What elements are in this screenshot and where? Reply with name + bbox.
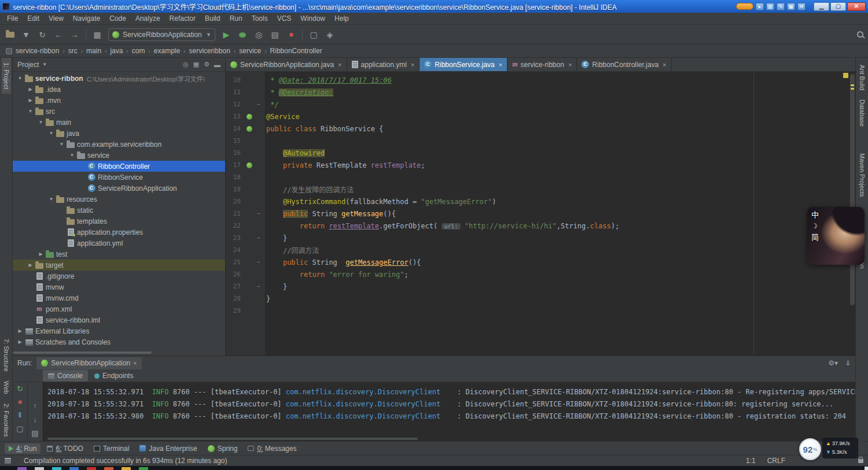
ime-simplified-indicator[interactable]: 简 (811, 234, 819, 241)
tree-item-scratches-and-consoles[interactable]: ▶Scratches and Consoles (13, 336, 225, 347)
tree-item-ribboncontroller[interactable]: CRibbonController (13, 161, 225, 172)
taskbar-app-icon-5[interactable] (69, 467, 79, 470)
code-line-28[interactable]: 28} (226, 293, 855, 305)
close-icon[interactable]: × (133, 360, 137, 367)
debug-button[interactable] (237, 29, 248, 40)
sync-icon[interactable]: ↻ (37, 29, 47, 40)
console-line-2[interactable]: 2018-07-18 15:55:32.971 INFO 8760 --- [t… (47, 398, 855, 410)
ime-chinese-indicator[interactable]: 中 (811, 211, 819, 219)
menu-item-window[interactable]: Window (296, 13, 330, 24)
code-line-29[interactable]: 29 (226, 305, 855, 317)
tree-item--mvn[interactable]: ▶.mvn (13, 95, 225, 106)
toolwindow-switcher-icon[interactable] (5, 458, 11, 464)
tree-expanded-icon[interactable]: ▼ (68, 153, 76, 158)
tree-collapsed-icon[interactable]: ▶ (16, 339, 24, 345)
back-icon[interactable]: ← (53, 29, 64, 40)
tree-item-application-yml[interactable]: application.yml (13, 238, 225, 249)
tree-collapsed-icon[interactable]: ▶ (16, 328, 24, 334)
code-line-17[interactable]: 17 private RestTemplate restTemplate; (226, 159, 855, 171)
tree-item-application-properties[interactable]: application.properties (13, 227, 225, 238)
close-tab-icon[interactable]: × (411, 61, 414, 68)
tree-item-mvnw-cmd[interactable]: mvnw.cmd (13, 293, 225, 304)
close-button[interactable]: ✕ (847, 2, 866, 11)
toolwindow-tab-1-project[interactable]: 1: Project (2, 58, 11, 94)
tree-collapsed-icon[interactable]: ▶ (27, 98, 34, 103)
menu-item-navigate[interactable]: Navigate (68, 13, 105, 24)
collapse-all-icon[interactable]: ▦ (193, 61, 199, 68)
editor-tab-ribbonservice-java[interactable]: CRibbonService.java× (420, 58, 507, 71)
tree-expanded-icon[interactable]: ▼ (47, 197, 55, 202)
console-horizontal-scrollbar[interactable] (47, 438, 418, 440)
taskbar-app-icon-3[interactable] (104, 467, 113, 470)
menu-item-help[interactable]: Help (330, 13, 354, 24)
breadcrumb-item-main[interactable]: main (86, 47, 101, 55)
taskbar-app-icon-4[interactable] (87, 467, 96, 470)
tree-item-resources[interactable]: ▼resources (13, 194, 225, 205)
run-view-tab-endpoints[interactable]: Endpoints (89, 370, 138, 382)
overlay-tool-icon-4[interactable]: ▦ (787, 3, 795, 10)
project-horizontal-scrollbar[interactable] (13, 351, 152, 354)
maximize-button[interactable]: ▢ (830, 2, 846, 11)
taskbar-app-icon-2[interactable] (122, 467, 131, 470)
overlay-tool-icon-5[interactable]: ✉ (797, 3, 806, 10)
tree-expanded-icon[interactable]: ▼ (37, 120, 45, 125)
tree-collapsed-icon[interactable]: ▶ (37, 251, 45, 257)
fold-marker-icon[interactable]: − (254, 210, 263, 217)
code-line-15[interactable]: 15 (226, 135, 855, 147)
breadcrumb-item-serviceribbon[interactable]: serviceribbon (189, 47, 230, 55)
toolwindow-button-4-run[interactable]: 4: Run (5, 443, 41, 454)
tree-collapsed-icon[interactable]: ▶ (27, 262, 34, 268)
overlay-tool-icon-2[interactable]: ▥ (766, 3, 774, 10)
fold-marker-icon[interactable]: − (254, 101, 263, 108)
hide-panel-icon[interactable]: ▬ (214, 61, 220, 68)
menu-item-build[interactable]: Build (200, 13, 225, 24)
breadcrumb-item-RibbonController[interactable]: RibbonController (270, 47, 322, 55)
tree-item-ribbonservice[interactable]: CRibbonService (13, 172, 225, 183)
tree-item-external-libraries[interactable]: ▶External Libraries (13, 325, 225, 336)
menu-item-run[interactable]: Run (225, 13, 247, 24)
tree-item-mvnw[interactable]: mvnw (13, 282, 225, 293)
code-line-18[interactable]: 18 (226, 171, 855, 183)
menu-item-analyze[interactable]: Analyze (131, 13, 165, 24)
code-line-25[interactable]: 25− public String getMessageError(){ (226, 256, 855, 268)
code-line-20[interactable]: 20 @HystrixCommand(fallbackMethod = "get… (226, 195, 855, 208)
editor-tab-service-ribbon[interactable]: mservice-ribbon× (507, 58, 577, 71)
tree-item--gitignore[interactable]: .gitignore (13, 271, 225, 282)
console-line-1[interactable]: 2018-07-18 15:55:32.971 INFO 8760 --- [t… (47, 386, 855, 398)
toolwindow-button-terminal[interactable]: Terminal (90, 443, 133, 454)
menu-item-code[interactable]: Code (105, 13, 131, 24)
run-view-tab-console[interactable]: Console (43, 370, 88, 382)
code-line-24[interactable]: 24 //回调方法 (226, 244, 855, 256)
close-tab-icon[interactable]: × (338, 61, 341, 68)
console-output[interactable]: 2018-07-18 15:55:32.971 INFO 8760 --- [t… (43, 382, 855, 441)
close-tab-icon[interactable]: × (663, 61, 666, 68)
code-line-21[interactable]: 21− public String getMessage(){ (226, 208, 855, 220)
tree-collapsed-icon[interactable]: ▶ (27, 87, 34, 92)
code-line-22[interactable]: 22 return restTemplate.getForObject( url… (226, 220, 855, 232)
toolwindow-button-spring[interactable]: Spring (204, 443, 242, 454)
menu-item-refactor[interactable]: Refactor (165, 13, 200, 24)
breadcrumb-item-service[interactable]: service (239, 47, 261, 55)
dock-icon[interactable]: ⇓ (845, 359, 851, 367)
down-stack-icon[interactable]: ↓ (33, 415, 37, 424)
save-all-icon[interactable]: ▼ (21, 29, 31, 40)
tree-item-templates[interactable]: templates (13, 216, 225, 227)
taskbar-app-icon-6[interactable] (52, 467, 61, 470)
soft-wrap-icon[interactable]: ▤ (31, 429, 38, 438)
code-line-19[interactable]: 19 //发生故障的回调方法 (226, 183, 855, 195)
spring-bean-gutter-icon[interactable] (244, 126, 254, 132)
gear-icon[interactable]: ⚙▾ (828, 359, 838, 367)
code-line-12[interactable]: 12− */ (226, 98, 855, 110)
tree-item-test[interactable]: ▶test (13, 249, 225, 260)
toolwindow-tab-ant-build[interactable]: Ant Build (858, 60, 867, 95)
toolwindow-tab-database[interactable]: Database (858, 95, 867, 131)
project-panel-title[interactable]: Project (17, 61, 39, 69)
tree-expanded-icon[interactable]: ▼ (16, 76, 24, 81)
close-tab-icon[interactable]: × (499, 61, 502, 68)
minimize-button[interactable]: ▁ (814, 2, 829, 11)
tree-expanded-icon[interactable]: ▼ (47, 131, 55, 136)
rerun-icon[interactable]: ↻ (17, 384, 23, 393)
line-ending-widget[interactable]: CRLF (767, 457, 785, 465)
code-line-10[interactable]: 10 * @Date: 2018/7/17 0017 15:06 (226, 74, 855, 86)
run-button[interactable]: ▶ (221, 29, 231, 40)
